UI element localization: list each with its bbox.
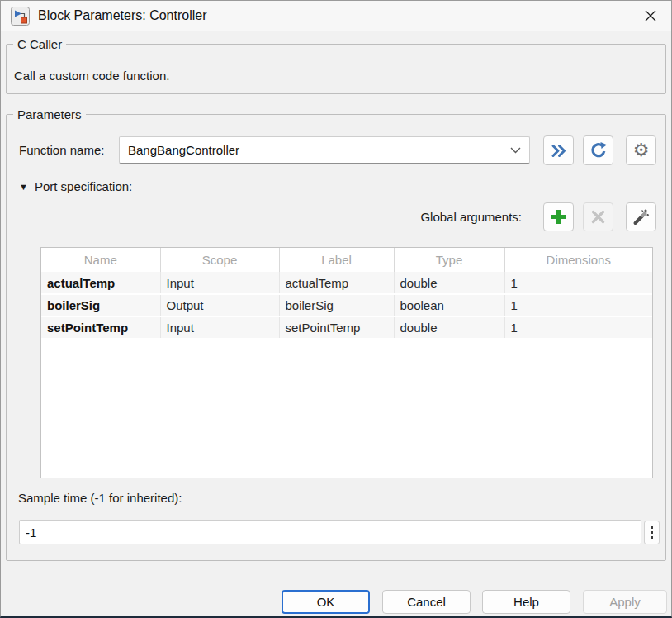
auto-fill-wizard-button[interactable] <box>626 202 656 231</box>
delete-global-argument-button[interactable] <box>583 202 613 231</box>
port-specification-label: Port specification: <box>35 179 132 193</box>
column-header-dimensions[interactable]: Dimensions <box>504 248 652 272</box>
sample-time-label: Sample time (-1 for inherited): <box>18 491 182 505</box>
apply-button[interactable]: Apply <box>583 590 667 614</box>
column-header-type[interactable]: Type <box>394 248 504 272</box>
x-icon <box>591 210 605 224</box>
sample-time-input[interactable] <box>19 520 641 544</box>
parameters-group: Parameters Function name: BangBangContro… <box>6 114 666 561</box>
function-name-value: BangBangController <box>128 143 510 157</box>
column-header-scope[interactable]: Scope <box>160 248 279 272</box>
port-label-cell[interactable]: actualTemp <box>279 272 394 294</box>
table-row[interactable]: setPointTemp Input setPointTemp double 1 <box>41 316 652 339</box>
function-name-label: Function name: <box>19 136 104 164</box>
custom-code-settings-button[interactable]: ⚙ <box>626 135 656 165</box>
open-source-code-button[interactable] <box>543 135 574 165</box>
dialog-title: Block Parameters: Controller <box>38 8 207 23</box>
block-parameters-dialog: Block Parameters: Controller C Caller Ca… <box>0 0 672 618</box>
port-specification-table[interactable]: Name Scope Label Type Dimensions actualT… <box>40 247 653 478</box>
add-global-argument-button[interactable] <box>543 202 574 231</box>
port-dimensions-cell[interactable]: 1 <box>504 272 652 294</box>
plus-icon <box>551 209 566 225</box>
triangle-down-icon: ▼ <box>19 182 28 192</box>
column-header-name[interactable]: Name <box>41 248 160 272</box>
port-scope-cell[interactable]: Input <box>160 272 279 294</box>
port-name-cell[interactable]: boilerSig <box>41 294 160 316</box>
block-type-title: C Caller <box>13 36 66 52</box>
port-type-cell[interactable]: double <box>394 272 504 294</box>
block-description: Call a custom code function. <box>14 69 169 83</box>
port-type-cell[interactable]: boolean <box>394 294 504 316</box>
parameters-title: Parameters <box>13 107 86 122</box>
port-dimensions-cell[interactable]: 1 <box>504 316 652 339</box>
column-header-label[interactable]: Label <box>279 248 394 272</box>
port-dimensions-cell[interactable]: 1 <box>504 294 652 316</box>
port-label-cell[interactable]: boilerSig <box>279 294 394 316</box>
help-button[interactable]: Help <box>482 590 570 614</box>
cancel-button[interactable]: Cancel <box>382 590 471 614</box>
port-label-cell[interactable]: setPointTemp <box>279 316 394 339</box>
table-header-row: Name Scope Label Type Dimensions <box>41 248 652 272</box>
double-chevron-right-icon <box>551 144 566 158</box>
global-arguments-label: Global arguments: <box>420 202 522 231</box>
simulink-block-icon <box>11 7 30 26</box>
port-name-cell[interactable]: actualTemp <box>41 272 160 294</box>
port-name-cell[interactable]: setPointTemp <box>41 316 160 339</box>
kebab-icon <box>651 526 653 529</box>
port-scope-cell[interactable]: Input <box>160 316 279 339</box>
close-icon[interactable] <box>640 5 661 26</box>
gear-icon: ⚙ <box>633 141 650 159</box>
chevron-down-icon <box>510 147 521 154</box>
function-name-combobox[interactable]: BangBangController <box>119 136 530 164</box>
sample-time-menu-button[interactable] <box>644 521 660 544</box>
block-type-group: C Caller Call a custom code function. <box>6 44 666 94</box>
refresh-icon <box>589 141 608 159</box>
magic-wand-icon <box>632 208 650 226</box>
ok-button[interactable]: OK <box>282 590 370 614</box>
table-row[interactable]: actualTemp Input actualTemp double 1 <box>41 272 652 294</box>
port-scope-cell[interactable]: Output <box>160 294 279 316</box>
title-bar: Block Parameters: Controller <box>1 1 671 31</box>
port-type-cell[interactable]: double <box>394 316 504 339</box>
refresh-button[interactable] <box>583 135 613 165</box>
table-row[interactable]: boilerSig Output boilerSig boolean 1 <box>41 294 652 316</box>
port-specification-toggle[interactable]: ▼ Port specification: <box>19 179 132 193</box>
